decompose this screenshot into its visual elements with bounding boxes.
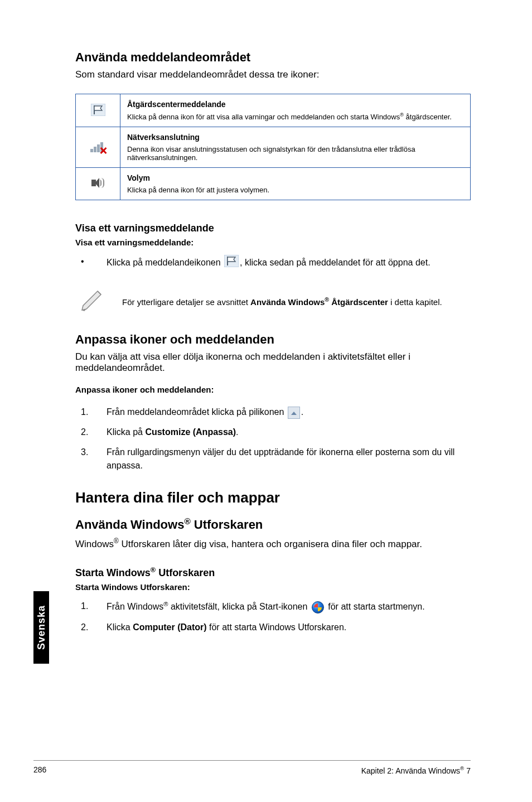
notification-icons-table: Åtgärdscentermeddelande Klicka på denna … <box>75 94 471 200</box>
volume-title: Volym <box>127 173 463 182</box>
explorer-lead: Windows® Utforskaren låter dig visa, han… <box>75 537 471 550</box>
customize-step-1: Från meddelandeområdet klicka på pilikon… <box>75 405 471 419</box>
customize-subheading: Anpassa ikoner och meddelanden: <box>75 385 471 394</box>
flag-icon <box>224 255 239 271</box>
customize-heading: Anpassa ikoner och meddelanden <box>75 332 471 347</box>
customize-lead: Du kan välja att visa eller dölja ikoner… <box>75 351 471 374</box>
start-explorer-subheading: Starta Windows Utforskaren: <box>75 582 471 592</box>
customize-step-2: Klicka på Customize (Anpassa). <box>75 426 471 439</box>
network-icon <box>90 140 106 153</box>
pencil-icon <box>79 287 105 316</box>
warning-bullet: Klicka på meddelandeikonen , klicka seda… <box>75 255 471 271</box>
customize-step-3: Från rullgardingsmenyn väljer du det upp… <box>75 446 471 472</box>
start-explorer-heading: Starta Windows® Utforskaren <box>75 566 471 579</box>
warning-heading: Visa ett varningsmeddelande <box>75 223 471 234</box>
language-side-tab: Svenska <box>33 591 49 664</box>
volume-desc: Klicka på denna ikon för att justera vol… <box>127 186 269 194</box>
arrow-up-icon <box>288 407 300 419</box>
start-explorer-step-1: Från Windows® aktivitetsfält, klicka på … <box>75 600 471 613</box>
note-text: För ytterligare detaljer se avsnittet An… <box>122 296 442 307</box>
action-center-title: Åtgärdscentermeddelande <box>127 100 463 109</box>
flag-icon <box>91 109 105 118</box>
network-desc: Denna ikon visar anslutningsstatusen och… <box>127 145 415 162</box>
volume-icon <box>90 177 106 189</box>
start-explorer-step-2: Klicka Computer (Dator) för att starta W… <box>75 621 471 634</box>
chapter-label: Kapitel 2: Använda Windows® 7 <box>361 765 471 775</box>
network-title: Nätverksanslutning <box>127 133 463 142</box>
action-center-desc: Klicka på denna ikon för att visa alla v… <box>127 113 452 121</box>
explorer-heading: Använda Windows® Utforskaren <box>75 516 471 532</box>
page-number: 286 <box>33 765 46 775</box>
notification-area-heading: Använda meddelandeområdet <box>75 50 471 65</box>
warning-subheading: Visa ett varningsmeddelande: <box>75 238 471 247</box>
notification-area-lead: Som standard visar meddelandeområdet des… <box>75 69 471 80</box>
manage-files-heading: Hantera dina filer och mappar <box>75 489 471 506</box>
start-orb-icon <box>312 601 324 613</box>
